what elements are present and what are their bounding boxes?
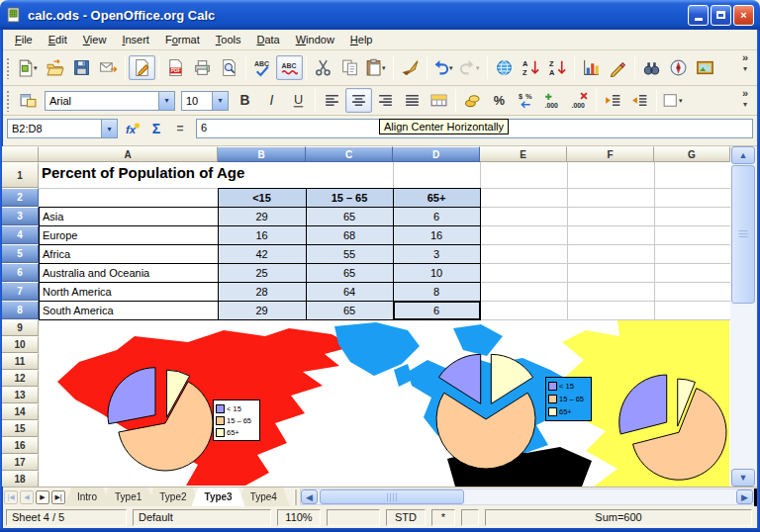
scroll-down-button[interactable]: ▼ bbox=[731, 469, 755, 487]
row-header-10[interactable]: 10 bbox=[2, 336, 39, 353]
status-sum[interactable]: Sum=600 bbox=[485, 509, 752, 526]
column-header-E[interactable]: E bbox=[480, 146, 567, 162]
save-button[interactable] bbox=[68, 55, 95, 80]
spellcheck-button[interactable]: ABC bbox=[249, 55, 276, 80]
insert-chart-button[interactable] bbox=[578, 55, 605, 80]
percent-button[interactable]: % bbox=[486, 88, 513, 113]
toolbar-grip[interactable] bbox=[6, 57, 11, 79]
close-button[interactable]: × bbox=[733, 5, 754, 26]
sort-descending-button[interactable]: ZA bbox=[544, 55, 571, 80]
cell-B2[interactable]: <15 bbox=[218, 188, 306, 207]
cell-D6[interactable]: 10 bbox=[393, 263, 480, 282]
cell-B7[interactable]: 28 bbox=[218, 282, 306, 301]
chart-object[interactable]: < 1515 – 6565+< 1515 – 6565+ bbox=[40, 320, 729, 487]
status-page-style[interactable]: Default bbox=[133, 509, 271, 526]
column-header-F[interactable]: F bbox=[567, 146, 654, 162]
cell-C6[interactable]: 65 bbox=[306, 263, 393, 282]
last-sheet-button[interactable]: ▶| bbox=[51, 490, 65, 504]
new-document-button[interactable]: ▾ bbox=[15, 55, 42, 80]
column-header-C[interactable]: C bbox=[306, 146, 393, 162]
row-header-15[interactable]: 15 bbox=[2, 420, 39, 437]
paste-button[interactable]: ▾ bbox=[363, 55, 390, 80]
cell-A3[interactable]: Asia bbox=[41, 207, 217, 225]
status-zoom[interactable]: 110% bbox=[277, 509, 321, 526]
status-sheet-position[interactable]: Sheet 4 / 5 bbox=[6, 509, 127, 526]
vertical-scrollbar[interactable]: ▲ ▼ bbox=[730, 146, 756, 487]
row-header-18[interactable]: 18 bbox=[2, 471, 39, 487]
undo-button[interactable]: ▾ bbox=[430, 55, 457, 80]
status-empty-2[interactable] bbox=[461, 509, 479, 526]
gallery-button[interactable] bbox=[692, 55, 718, 80]
autospellcheck-button[interactable]: ABC bbox=[276, 55, 303, 80]
export-pdf-button[interactable]: PDF bbox=[162, 55, 189, 80]
italic-button[interactable]: I bbox=[258, 88, 285, 113]
row-header-14[interactable]: 14 bbox=[2, 403, 39, 420]
sheet-tab-type1[interactable]: Type1 bbox=[102, 488, 154, 506]
cell-A5[interactable]: Africa bbox=[41, 244, 217, 263]
cell-D2[interactable]: 65+ bbox=[393, 188, 480, 207]
cell-C2[interactable]: 15 – 65 bbox=[306, 188, 393, 207]
menu-tools[interactable]: Tools bbox=[208, 32, 249, 47]
sheet-tab-type3[interactable]: Type3 bbox=[192, 488, 245, 506]
status-selection-mode[interactable]: STD bbox=[386, 509, 426, 526]
cell-D5[interactable]: 3 bbox=[393, 244, 480, 263]
row-header-4[interactable]: 4 bbox=[2, 225, 39, 244]
cell-B3[interactable]: 29 bbox=[218, 207, 306, 225]
page-preview-button[interactable] bbox=[216, 55, 242, 80]
print-button[interactable] bbox=[189, 55, 216, 80]
cell-D4[interactable]: 16 bbox=[393, 225, 480, 244]
cell-C5[interactable]: 55 bbox=[306, 244, 393, 263]
sort-ascending-button[interactable]: AZ bbox=[518, 55, 544, 80]
cell-B5[interactable]: 42 bbox=[218, 244, 306, 263]
menu-view[interactable]: View bbox=[75, 32, 115, 47]
cell-B8[interactable]: 29 bbox=[218, 301, 306, 319]
menu-format[interactable]: Format bbox=[157, 32, 208, 47]
increase-indent-button[interactable] bbox=[626, 88, 653, 113]
maximize-button[interactable] bbox=[711, 5, 731, 26]
styles-button[interactable] bbox=[15, 88, 42, 113]
font-name-combo[interactable]: Arial▾ bbox=[45, 91, 175, 111]
horizontal-scroll-thumb[interactable] bbox=[320, 489, 464, 504]
name-box[interactable]: B2:D8 ▾ bbox=[7, 119, 118, 138]
toolbar-overflow-button[interactable]: »▾ bbox=[737, 52, 753, 74]
justify-button[interactable] bbox=[399, 88, 426, 113]
select-all-corner[interactable] bbox=[2, 146, 39, 162]
row-header-2[interactable]: 2 bbox=[2, 188, 39, 207]
tab-splitter[interactable] bbox=[294, 489, 297, 505]
align-right-button[interactable] bbox=[372, 88, 399, 113]
active-cell-cursor[interactable] bbox=[393, 301, 481, 320]
open-button[interactable] bbox=[42, 55, 68, 80]
function-wizard-button[interactable]: fx bbox=[121, 119, 144, 138]
row-header-7[interactable]: 7 bbox=[2, 282, 39, 301]
chevron-down-icon[interactable]: ▾ bbox=[212, 92, 228, 110]
align-center-button[interactable] bbox=[345, 88, 372, 113]
cell-A7[interactable]: North America bbox=[41, 282, 217, 301]
align-left-button[interactable] bbox=[319, 88, 345, 113]
column-header-B[interactable]: B bbox=[218, 146, 306, 162]
format-standard-button[interactable]: $% bbox=[513, 88, 539, 113]
cell-A1-title[interactable]: Percent of Population of Age bbox=[42, 164, 244, 181]
menu-edit[interactable]: Edit bbox=[41, 32, 75, 47]
cell-B4[interactable]: 16 bbox=[218, 225, 306, 244]
toolbar-grip[interactable] bbox=[6, 90, 11, 112]
row-header-6[interactable]: 6 bbox=[2, 263, 39, 282]
column-header-A[interactable]: A bbox=[39, 146, 218, 162]
bold-button[interactable]: B bbox=[232, 88, 258, 113]
borders-button[interactable]: ▾ bbox=[660, 88, 687, 113]
edit-file-button[interactable] bbox=[129, 55, 155, 80]
font-size-combo[interactable]: 10▾ bbox=[181, 91, 229, 111]
row-header-16[interactable]: 16 bbox=[2, 437, 39, 454]
scroll-right-button[interactable]: ▶ bbox=[736, 489, 753, 504]
cell-A4[interactable]: Europe bbox=[41, 225, 217, 244]
menu-data[interactable]: Data bbox=[248, 32, 287, 47]
scroll-up-button[interactable]: ▲ bbox=[731, 146, 755, 164]
status-modified-flag[interactable]: * bbox=[431, 509, 455, 526]
copy-button[interactable] bbox=[336, 55, 363, 80]
cell-C4[interactable]: 68 bbox=[306, 225, 393, 244]
chevron-down-icon[interactable]: ▾ bbox=[158, 92, 174, 110]
row-header-11[interactable]: 11 bbox=[2, 353, 39, 370]
add-decimal-button[interactable]: .000 bbox=[539, 88, 566, 113]
row-header-1[interactable]: 1 bbox=[2, 162, 39, 188]
minimize-button[interactable] bbox=[688, 5, 709, 26]
cell-D3[interactable]: 6 bbox=[393, 207, 480, 225]
